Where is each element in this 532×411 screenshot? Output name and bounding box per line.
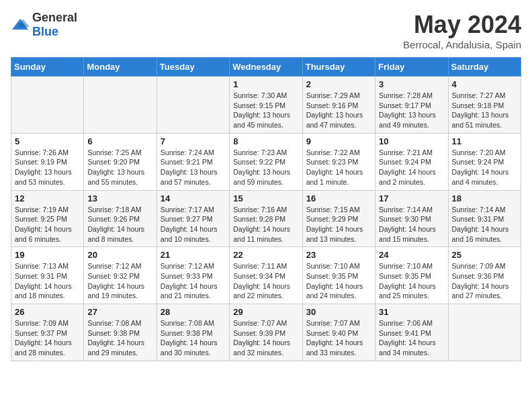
day-info: Sunrise: 7:09 AM Sunset: 9:37 PM Dayligh… (15, 318, 80, 358)
day-number: 23 (306, 250, 371, 260)
day-number: 5 (15, 136, 80, 146)
calendar-cell: 30Sunrise: 7:07 AM Sunset: 9:40 PM Dayli… (302, 304, 375, 361)
day-number: 15 (233, 193, 298, 203)
calendar-cell: 27Sunrise: 7:08 AM Sunset: 9:38 PM Dayli… (84, 304, 157, 361)
day-number: 22 (233, 250, 298, 260)
day-info: Sunrise: 7:09 AM Sunset: 9:36 PM Dayligh… (452, 261, 517, 301)
day-number: 24 (379, 250, 444, 260)
day-number: 7 (161, 136, 226, 146)
calendar-cell: 25Sunrise: 7:09 AM Sunset: 9:36 PM Dayli… (448, 247, 521, 304)
location: Berrocal, Andalusia, Spain (403, 39, 521, 50)
day-number: 16 (306, 193, 371, 203)
title-area: May 2024 Berrocal, Andalusia, Spain (403, 11, 521, 50)
calendar-cell (84, 77, 157, 134)
day-info: Sunrise: 7:13 AM Sunset: 9:31 PM Dayligh… (15, 261, 80, 301)
day-info: Sunrise: 7:29 AM Sunset: 9:16 PM Dayligh… (306, 91, 371, 130)
calendar-cell: 23Sunrise: 7:10 AM Sunset: 9:35 PM Dayli… (302, 247, 375, 304)
calendar-table: SundayMondayTuesdayWednesdayThursdayFrid… (11, 57, 521, 361)
day-info: Sunrise: 7:14 AM Sunset: 9:31 PM Dayligh… (452, 205, 517, 244)
calendar-cell: 6Sunrise: 7:25 AM Sunset: 9:20 PM Daylig… (84, 133, 157, 190)
calendar-cell: 10Sunrise: 7:21 AM Sunset: 9:24 PM Dayli… (375, 133, 448, 190)
day-number: 31 (379, 307, 444, 317)
day-info: Sunrise: 7:22 AM Sunset: 9:23 PM Dayligh… (306, 148, 371, 187)
day-info: Sunrise: 7:24 AM Sunset: 9:21 PM Dayligh… (161, 148, 226, 187)
day-info: Sunrise: 7:19 AM Sunset: 9:25 PM Dayligh… (15, 205, 80, 244)
day-header-monday: Monday (84, 58, 157, 77)
calendar-cell: 20Sunrise: 7:12 AM Sunset: 9:32 PM Dayli… (84, 247, 157, 304)
calendar-cell: 1Sunrise: 7:30 AM Sunset: 9:15 PM Daylig… (230, 77, 302, 134)
day-info: Sunrise: 7:12 AM Sunset: 9:32 PM Dayligh… (87, 261, 152, 301)
day-info: Sunrise: 7:10 AM Sunset: 9:35 PM Dayligh… (379, 261, 444, 301)
calendar-cell: 5Sunrise: 7:26 AM Sunset: 9:19 PM Daylig… (11, 133, 84, 190)
day-number: 1 (233, 79, 298, 89)
calendar-cell: 21Sunrise: 7:12 AM Sunset: 9:33 PM Dayli… (157, 247, 229, 304)
day-info: Sunrise: 7:08 AM Sunset: 9:38 PM Dayligh… (161, 318, 226, 358)
calendar-cell: 17Sunrise: 7:14 AM Sunset: 9:30 PM Dayli… (375, 190, 448, 247)
calendar-cell: 11Sunrise: 7:20 AM Sunset: 9:24 PM Dayli… (448, 133, 521, 190)
calendar-cell: 24Sunrise: 7:10 AM Sunset: 9:35 PM Dayli… (375, 247, 448, 304)
day-info: Sunrise: 7:12 AM Sunset: 9:33 PM Dayligh… (161, 261, 226, 301)
day-info: Sunrise: 7:27 AM Sunset: 9:18 PM Dayligh… (452, 91, 517, 130)
day-info: Sunrise: 7:28 AM Sunset: 9:17 PM Dayligh… (379, 91, 444, 130)
calendar-cell: 22Sunrise: 7:11 AM Sunset: 9:34 PM Dayli… (230, 247, 302, 304)
day-info: Sunrise: 7:20 AM Sunset: 9:24 PM Dayligh… (452, 148, 517, 187)
day-header-saturday: Saturday (448, 58, 521, 77)
day-number: 18 (452, 193, 517, 203)
day-number: 3 (379, 79, 444, 89)
logo-general: General (32, 11, 77, 24)
calendar-cell: 15Sunrise: 7:16 AM Sunset: 9:28 PM Dayli… (230, 190, 302, 247)
calendar-cell: 31Sunrise: 7:06 AM Sunset: 9:41 PM Dayli… (375, 304, 448, 361)
day-number: 19 (15, 250, 80, 260)
day-info: Sunrise: 7:16 AM Sunset: 9:28 PM Dayligh… (233, 205, 298, 244)
day-number: 4 (452, 79, 517, 89)
day-number: 11 (452, 136, 517, 146)
calendar-cell: 4Sunrise: 7:27 AM Sunset: 9:18 PM Daylig… (448, 77, 521, 134)
day-info: Sunrise: 7:07 AM Sunset: 9:40 PM Dayligh… (306, 318, 371, 358)
calendar-cell: 7Sunrise: 7:24 AM Sunset: 9:21 PM Daylig… (157, 133, 229, 190)
day-header-friday: Friday (375, 58, 448, 77)
week-row-5: 26Sunrise: 7:09 AM Sunset: 9:37 PM Dayli… (11, 304, 521, 361)
calendar-cell (11, 77, 84, 134)
header: General Blue May 2024 Berrocal, Andalusi… (11, 11, 521, 50)
day-info: Sunrise: 7:08 AM Sunset: 9:38 PM Dayligh… (87, 318, 152, 358)
day-number: 20 (87, 250, 152, 260)
calendar-cell: 29Sunrise: 7:07 AM Sunset: 9:39 PM Dayli… (230, 304, 302, 361)
logo-blue: Blue (32, 25, 58, 38)
calendar-cell (448, 304, 521, 361)
day-number: 10 (379, 136, 444, 146)
day-number: 17 (379, 193, 444, 203)
day-number: 8 (233, 136, 298, 146)
day-number: 25 (452, 250, 517, 260)
day-number: 28 (161, 307, 226, 317)
day-number: 27 (87, 307, 152, 317)
logo-icon (11, 17, 30, 32)
day-number: 12 (15, 193, 80, 203)
day-info: Sunrise: 7:21 AM Sunset: 9:24 PM Dayligh… (379, 148, 444, 187)
day-number: 13 (87, 193, 152, 203)
day-header-thursday: Thursday (302, 58, 375, 77)
day-number: 2 (306, 79, 371, 89)
calendar-cell: 3Sunrise: 7:28 AM Sunset: 9:17 PM Daylig… (375, 77, 448, 134)
day-header-sunday: Sunday (11, 58, 84, 77)
day-info: Sunrise: 7:30 AM Sunset: 9:15 PM Dayligh… (233, 91, 298, 130)
day-number: 21 (161, 250, 226, 260)
day-info: Sunrise: 7:25 AM Sunset: 9:20 PM Dayligh… (87, 148, 152, 187)
calendar-cell (157, 77, 229, 134)
week-row-2: 5Sunrise: 7:26 AM Sunset: 9:19 PM Daylig… (11, 133, 521, 190)
logo: General Blue (11, 11, 77, 39)
day-info: Sunrise: 7:11 AM Sunset: 9:34 PM Dayligh… (233, 261, 298, 301)
calendar-cell: 16Sunrise: 7:15 AM Sunset: 9:29 PM Dayli… (302, 190, 375, 247)
calendar-cell: 19Sunrise: 7:13 AM Sunset: 9:31 PM Dayli… (11, 247, 84, 304)
day-info: Sunrise: 7:07 AM Sunset: 9:39 PM Dayligh… (233, 318, 298, 358)
calendar-cell: 8Sunrise: 7:23 AM Sunset: 9:22 PM Daylig… (230, 133, 302, 190)
calendar-cell: 26Sunrise: 7:09 AM Sunset: 9:37 PM Dayli… (11, 304, 84, 361)
day-number: 30 (306, 307, 371, 317)
day-info: Sunrise: 7:06 AM Sunset: 9:41 PM Dayligh… (379, 318, 444, 358)
calendar-cell: 28Sunrise: 7:08 AM Sunset: 9:38 PM Dayli… (157, 304, 229, 361)
day-number: 29 (233, 307, 298, 317)
logo-text: General Blue (32, 11, 77, 39)
week-row-3: 12Sunrise: 7:19 AM Sunset: 9:25 PM Dayli… (11, 190, 521, 247)
calendar-cell: 12Sunrise: 7:19 AM Sunset: 9:25 PM Dayli… (11, 190, 84, 247)
calendar-cell: 2Sunrise: 7:29 AM Sunset: 9:16 PM Daylig… (302, 77, 375, 134)
day-info: Sunrise: 7:26 AM Sunset: 9:19 PM Dayligh… (15, 148, 80, 187)
